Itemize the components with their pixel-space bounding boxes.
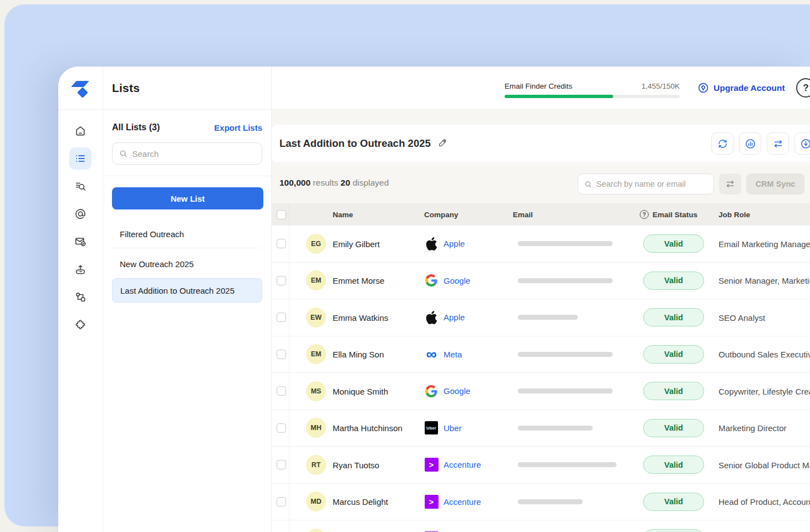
row-checkbox[interactable]	[277, 386, 286, 396]
upgrade-label: Upgrade Account	[714, 83, 785, 93]
all-lists-count: All Lists (3)	[112, 122, 160, 132]
email-redacted-bar	[518, 352, 613, 357]
contact-name: Emily Gilbert	[333, 239, 380, 248]
job-role: Senior Global Product Manager	[719, 460, 810, 469]
new-list-button[interactable]: New List	[112, 187, 263, 209]
upgrade-account-button[interactable]: Upgrade Account	[697, 66, 785, 109]
job-role: Email Marketing Manager	[719, 239, 810, 248]
search-icon	[584, 180, 592, 188]
transfer-arrows-icon	[725, 178, 736, 190]
company-link[interactable]: > Accenture	[424, 494, 481, 509]
table-body: EG Emily Gilbert Apple Valid Email Marke…	[272, 226, 810, 532]
credits-progress-fill	[505, 95, 613, 98]
snov-logo	[70, 79, 90, 99]
move-contacts-button[interactable]	[767, 132, 789, 155]
company-link[interactable]: Uber Uber	[424, 421, 462, 435]
select-all-checkbox[interactable]	[277, 210, 286, 219]
sidebar-item-integrations[interactable]	[69, 286, 91, 308]
lists-search-input[interactable]	[132, 149, 255, 158]
company-logo-icon	[424, 237, 439, 251]
company-logo-icon: ∞	[424, 347, 439, 361]
export-button[interactable]	[794, 132, 810, 155]
list-item[interactable]: Last Addition to Outreach 2025	[112, 278, 262, 303]
avatar: EW	[306, 308, 326, 328]
table-row: MD Marcus Delight > Accenture Valid Head…	[272, 484, 810, 521]
email-redacted-bar	[518, 462, 617, 467]
transfer-arrows-icon	[772, 138, 784, 150]
table-search-input[interactable]	[597, 180, 707, 188]
row-checkbox[interactable]	[277, 350, 286, 359]
avatar	[306, 529, 326, 532]
row-checkbox[interactable]	[277, 276, 286, 285]
sidebar-item-sender[interactable]	[69, 258, 91, 280]
email-status-badge: Valid	[643, 456, 704, 474]
sender-icon	[74, 263, 86, 275]
table-row: MS Monique Smith Google Valid Copywriter…	[272, 373, 810, 410]
company-link[interactable]: > Accenture	[424, 458, 481, 472]
avatar: MD	[306, 492, 326, 511]
email-status-badge: Valid	[643, 272, 704, 290]
table-header: Name Company Email ? Email Status Job Ro…	[272, 203, 810, 226]
credits-label: Email Finder Credits	[505, 82, 572, 90]
chart-circle-icon	[745, 138, 756, 150]
credits-widget: Email Finder Credits 1,455/150K	[505, 82, 680, 98]
list-actions	[711, 132, 810, 155]
list-item[interactable]: Filtered Outreach	[112, 224, 262, 248]
lists-panel: Lists All Lists (3) Export Lists New Lis…	[103, 66, 272, 532]
row-checkbox[interactable]	[277, 423, 286, 433]
sidebar-item-email-finder[interactable]	[69, 203, 91, 225]
displayed-count: 20	[340, 178, 350, 187]
email-status-badge: Valid	[643, 419, 704, 437]
company-link[interactable]: Apple	[424, 237, 465, 251]
crm-sync-button[interactable]: CRM Sync	[746, 173, 804, 195]
sidebar-item-email-verifier[interactable]	[69, 231, 91, 253]
column-email-status: ? Email Status	[640, 203, 697, 226]
export-lists-link[interactable]: Export Lists	[214, 123, 262, 132]
row-checkbox[interactable]	[277, 313, 286, 322]
table-search-field[interactable]	[578, 173, 714, 195]
email-redacted-bar	[518, 499, 583, 504]
job-role: Senior Manager, Marketing	[719, 276, 810, 285]
edit-title-button[interactable]	[437, 137, 448, 150]
contact-name: Ryan Tuotso	[333, 460, 379, 469]
lists-icon	[74, 152, 86, 165]
table-row: EM Emmet Morse Google Valid Senior Manag…	[272, 263, 810, 300]
job-role: Head of Product, Accounts	[719, 497, 810, 507]
question-circle-icon[interactable]: ?	[640, 210, 649, 219]
email-status-badge: Valid	[643, 234, 704, 253]
company-link[interactable]: ∞ Meta	[424, 347, 462, 361]
email-status-badge: Valid	[643, 308, 704, 326]
company-name: Apple	[444, 239, 465, 248]
email-status-badge: Valid	[643, 345, 704, 364]
list-item[interactable]: New Outreach 2025	[112, 253, 262, 275]
help-button[interactable]: ?	[796, 78, 810, 98]
row-checkbox[interactable]	[277, 497, 286, 507]
sidebar-item-prospect-search[interactable]	[69, 175, 91, 197]
company-name: Uber	[444, 423, 462, 433]
sidebar-item-lists[interactable]	[69, 147, 91, 170]
sidebar-item-home[interactable]	[69, 120, 91, 142]
gem-circle-icon	[697, 82, 709, 94]
company-name: Accenture	[444, 497, 481, 507]
lists-search-field[interactable]	[112, 142, 262, 165]
search-icon	[119, 149, 127, 158]
sidebar-item-extensions[interactable]	[69, 314, 91, 336]
company-link[interactable]: Apple	[424, 310, 465, 325]
statistics-button[interactable]	[739, 132, 761, 155]
row-checkbox[interactable]	[277, 460, 286, 469]
results-count: 100,000	[279, 178, 310, 187]
home-icon	[74, 125, 86, 137]
column-name: Name	[333, 203, 353, 226]
row-checkbox[interactable]	[277, 239, 286, 248]
refresh-button[interactable]	[711, 132, 733, 155]
filter-transfer-button[interactable]	[719, 173, 741, 195]
contact-name: Monique Smith	[333, 386, 388, 396]
topbar: Email Finder Credits 1,455/150K Upgrade …	[272, 66, 810, 109]
company-link[interactable]: Google	[424, 384, 470, 398]
email-finder-icon	[74, 208, 86, 220]
list-title-card: Last Addition to Outreach 2025	[272, 125, 810, 162]
company-name: Google	[444, 276, 470, 285]
extensions-icon	[74, 319, 86, 331]
column-email: Email	[513, 203, 533, 226]
company-link[interactable]: Google	[424, 273, 470, 288]
